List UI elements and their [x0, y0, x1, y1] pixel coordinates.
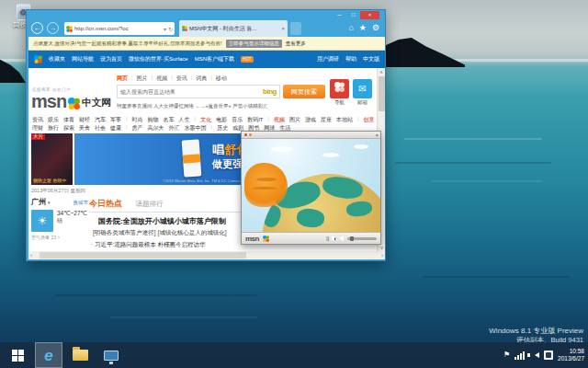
vertical-scroll-thumb[interactable]	[379, 76, 385, 111]
search-dropdown-caret-icon[interactable]: ▾	[164, 26, 166, 32]
msn-strip-link[interactable]: 设为首页	[100, 55, 122, 63]
msn-strip-right-link[interactable]: 帮助	[345, 55, 356, 63]
channel-link[interactable]: 理财	[32, 124, 43, 132]
mail-tile[interactable]: ✉	[353, 79, 372, 98]
channel-link[interactable]: 电影	[216, 116, 227, 124]
channel-link[interactable]: 水墨中国	[185, 124, 207, 132]
movie-poster[interactable]: 大片 钢铁之躯 热映中	[31, 133, 73, 185]
channel-link[interactable]: 财经	[79, 116, 90, 124]
search-scope-tab[interactable]: 图片	[137, 75, 148, 83]
channel-link[interactable]: 星座	[321, 116, 332, 124]
new-tab-button[interactable]	[290, 22, 301, 35]
search-scope-tab[interactable]: 词典	[196, 75, 207, 83]
scroll-left-icon[interactable]: ‹	[30, 251, 32, 259]
seek-bar[interactable]	[347, 237, 377, 240]
channel-link[interactable]: 房产	[132, 124, 143, 132]
msn-strip-right-link[interactable]: 用户调研	[317, 55, 339, 63]
channel-link[interactable]: 资讯	[32, 116, 43, 124]
channel-link[interactable]: 时尚	[132, 116, 143, 124]
home-icon[interactable]: ⌂	[348, 23, 353, 32]
channel-link[interactable]: 高尔夫	[148, 124, 164, 132]
minimize-button[interactable]: ─	[333, 11, 346, 19]
search-box[interactable]: bing	[117, 85, 280, 98]
channel-link[interactable]: 游戏	[305, 116, 316, 124]
msn-logo-block[interactable]: msn 中文网	[31, 93, 111, 109]
settings-gear-icon[interactable]: ⚙	[372, 23, 379, 32]
horizontal-scroll-thumb[interactable]	[40, 252, 246, 259]
pause-button[interactable]: ||	[326, 236, 329, 241]
scroll-up-icon[interactable]: ∧	[378, 68, 385, 75]
browser-tab[interactable]: MSN中文网 - 时尚生活 首... ×	[179, 20, 288, 37]
scroll-right-icon[interactable]: ›	[381, 251, 383, 259]
search-scope-tab[interactable]: 资讯	[176, 75, 187, 83]
back-button[interactable]: ←	[31, 22, 43, 34]
channel-link[interactable]: 购物	[148, 116, 159, 124]
channel-link[interactable]: 音乐	[232, 116, 243, 124]
player-title-bar[interactable]: ×	[242, 132, 380, 139]
search-scope-tab[interactable]: 视频	[156, 75, 167, 83]
network-icon[interactable]	[514, 351, 525, 360]
channel-link[interactable]: 人生	[179, 116, 190, 124]
taskbar-file-explorer[interactable]	[66, 342, 94, 368]
channel-link[interactable]: 文化	[200, 116, 211, 124]
channel-link[interactable]: 汽车	[95, 116, 106, 124]
nav-tile[interactable]	[330, 79, 349, 98]
channel-link[interactable]: 娱乐	[48, 116, 59, 124]
notification-more-link[interactable]: 查看更多	[286, 40, 306, 47]
channel-link[interactable]: 创意	[364, 116, 374, 124]
msn-strip-link[interactable]: MSN客户端下载	[195, 55, 234, 63]
notification-action-button[interactable]: 立即参与显示详细信息	[226, 40, 282, 48]
channel-link[interactable]: 健康	[110, 124, 121, 132]
address-bar[interactable]: http://cn.msn.com/?oc ▾ ↻	[64, 22, 175, 35]
search-button[interactable]: 网页搜索	[283, 85, 325, 98]
channel-link[interactable]: 本地站	[336, 116, 353, 124]
msn-strip-link[interactable]: 微软你的世界·买Surface	[129, 55, 188, 63]
channel-link[interactable]: 探索	[63, 124, 74, 132]
city-selector[interactable]: 广州	[31, 197, 46, 207]
channel-link[interactable]: 外汇	[169, 124, 180, 132]
search-scope-tab[interactable]: 网页	[117, 75, 128, 83]
taskbar-app[interactable]	[97, 342, 125, 368]
channel-link[interactable]: 名车	[164, 116, 175, 124]
msn-strip-right-link[interactable]: 中文版	[363, 55, 379, 63]
action-center-flag-icon[interactable]: ⚑	[503, 351, 510, 360]
search-input[interactable]	[120, 89, 263, 95]
tray-clock[interactable]: 10:58 2013/6/27	[558, 348, 584, 362]
change-city-link[interactable]: 换城市	[74, 200, 89, 206]
start-button[interactable]	[4, 342, 31, 368]
player-video-area[interactable]	[242, 139, 380, 232]
channel-link[interactable]: 体育	[63, 116, 74, 124]
weather-tile[interactable]: ☀	[31, 210, 53, 232]
msn-strip-link[interactable]: 网站导航	[72, 55, 94, 63]
mail-tile-block[interactable]: ✉ 邮箱	[353, 79, 372, 106]
volume-tray-icon[interactable]	[535, 352, 539, 358]
player-close-icon[interactable]: ×	[375, 132, 379, 139]
touch-keyboard-icon[interactable]	[544, 351, 553, 360]
horizontal-scrollbar[interactable]: ‹ ›	[28, 251, 385, 259]
scroll-down-icon[interactable]: ∨	[378, 244, 385, 251]
channel-link[interactable]: 图片	[289, 116, 300, 124]
forward-button[interactable]: →	[47, 22, 59, 34]
search-scope-tab[interactable]: 移动	[216, 75, 227, 83]
topic-rank-tab[interactable]: 话题排行	[135, 200, 163, 208]
channel-link[interactable]: 军事	[110, 116, 121, 124]
seek-knob[interactable]	[350, 236, 354, 241]
channel-link[interactable]: 数码IT	[247, 116, 263, 124]
volume-icon[interactable]	[339, 236, 344, 241]
channel-link[interactable]: 社会	[95, 124, 106, 132]
channel-link[interactable]: 视频	[274, 116, 285, 124]
channel-link[interactable]: 历史	[217, 124, 228, 132]
air-quality-link[interactable]: 空气质量 23 >	[31, 235, 88, 240]
msn-strip-link[interactable]: 收藏夹	[49, 55, 65, 63]
maximize-button[interactable]: □	[346, 11, 360, 19]
channel-link[interactable]: 旅行	[48, 124, 59, 132]
favorites-star-icon[interactable]: ★	[359, 23, 367, 32]
channel-link[interactable]: 美食	[79, 124, 90, 132]
tab-close-icon[interactable]: ×	[281, 26, 285, 31]
today-hot-title[interactable]: 今日热点	[89, 199, 122, 208]
nav-tile-block[interactable]: 导航	[330, 79, 349, 106]
taskbar-ie[interactable]: e	[35, 342, 62, 368]
refresh-icon[interactable]: ↻	[168, 26, 173, 32]
hotwords-line[interactable]: 明星赛事直播间 人大女神爆红网络 ←→«魔兽世界» 芦笛小镇精彩汇	[117, 103, 313, 109]
city-caret-icon[interactable]: ▾	[48, 200, 51, 205]
